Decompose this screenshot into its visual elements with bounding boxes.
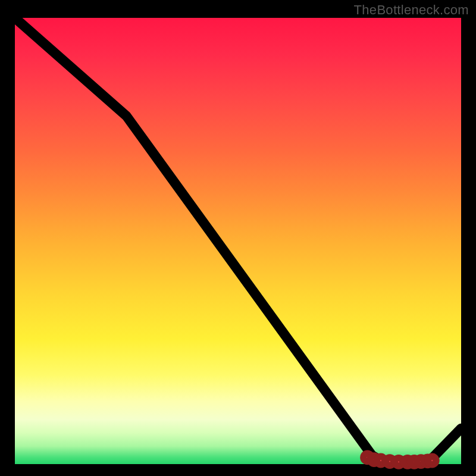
chart-frame: TheBottleneck.com <box>0 0 476 476</box>
marker-point <box>428 456 437 465</box>
curve-line <box>15 18 461 462</box>
chart-svg <box>15 18 461 464</box>
plot-area <box>15 18 461 464</box>
watermark-text: TheBottleneck.com <box>354 2 469 18</box>
marker-group <box>364 453 436 466</box>
